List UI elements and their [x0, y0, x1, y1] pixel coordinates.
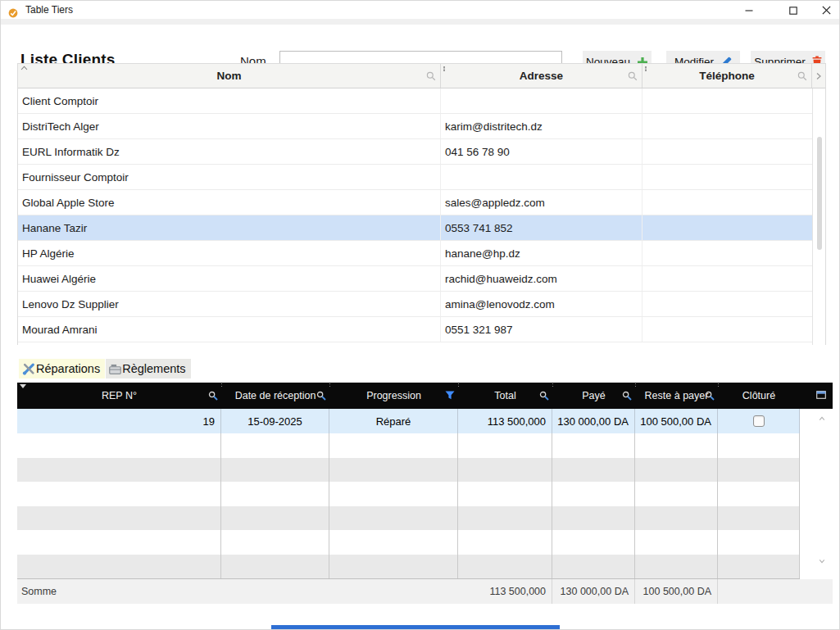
cell-telephone	[642, 114, 813, 138]
column-chooser-icon	[816, 391, 826, 399]
window-title: Table Tiers	[25, 4, 73, 16]
cloture-checkbox[interactable]	[753, 415, 765, 427]
cell-total: 113 500,000	[458, 409, 552, 433]
cell-adresse: 0551 321 987	[441, 317, 642, 342]
close-button[interactable]	[812, 1, 840, 19]
scroll-down-icon[interactable]	[819, 557, 825, 565]
column-divider-dots	[552, 383, 553, 384]
cell-cloture	[718, 409, 800, 433]
column-chooser-cell[interactable]	[800, 383, 833, 409]
cell-nom: Hanane Tazir	[18, 215, 441, 240]
tab-reparations-label: Réparations	[36, 362, 100, 375]
cash-register-icon	[109, 364, 121, 374]
column-header-adresse-label: Adresse	[520, 70, 563, 82]
app-icon	[8, 5, 18, 20]
cell-progression: Réparé	[329, 409, 458, 433]
tab-reparations[interactable]: Réparations	[19, 359, 105, 378]
repair-row-selected[interactable]: 19 15-09-2025 Réparé 113 500,000 130 000…	[17, 409, 833, 433]
column-header-cloture[interactable]: Clôturé	[718, 383, 800, 409]
table-row[interactable]: Lenovo Dz Supplier amina@lenovodz.com	[18, 292, 825, 317]
search-column-icon[interactable]	[797, 71, 807, 81]
column-header-total[interactable]: Total	[458, 383, 552, 409]
repairs-table: REP N° Date de réception Progression Tot…	[17, 383, 833, 605]
cell-rep-no: 19	[17, 409, 221, 433]
search-column-icon[interactable]	[208, 391, 218, 401]
table-row[interactable]: Huawei Algérie rachid@huaweidz.com	[18, 266, 825, 292]
chevron-right-icon	[815, 72, 822, 80]
cell-telephone	[642, 139, 813, 164]
column-header-telephone-label: Téléphone	[699, 70, 755, 82]
column-header-reste[interactable]: Reste à payer	[635, 383, 718, 409]
cell-reste-a-payer: 100 500,00 DA	[635, 409, 718, 433]
search-column-icon[interactable]	[628, 71, 638, 81]
column-header-paye[interactable]: Payé	[552, 383, 635, 409]
column-header-date-reception[interactable]: Date de réception	[221, 383, 329, 409]
cell-nom: Lenovo Dz Supplier	[18, 292, 441, 316]
table-row-selected[interactable]: Hanane Tazir 0553 741 852	[18, 215, 825, 241]
next-column-button[interactable]	[812, 64, 825, 88]
repairs-table-header: REP N° Date de réception Progression Tot…	[17, 383, 833, 409]
cell-telephone	[642, 266, 813, 291]
cell-adresse: sales@appledz.com	[441, 190, 642, 215]
cell-nom: Client Comptoir	[18, 88, 441, 113]
column-header-rep-no[interactable]: REP N°	[17, 383, 221, 409]
summary-label: Somme	[17, 579, 221, 604]
detail-tabs: Réparations Règlements	[19, 359, 191, 378]
summary-total: 113 500,000	[458, 579, 552, 604]
cell-nom: Mourad Amrani	[18, 317, 441, 342]
column-header-adresse[interactable]: Adresse	[441, 64, 642, 88]
scroll-up-icon[interactable]	[819, 415, 825, 423]
table-row[interactable]: Global Apple Store sales@appledz.com	[18, 190, 825, 215]
search-column-icon[interactable]	[426, 71, 436, 81]
table-row[interactable]: DistriTech Alger karim@distritech.dz	[18, 114, 825, 139]
column-header-nom-label: Nom	[217, 70, 242, 82]
column-header-total-label: Total	[494, 390, 515, 401]
cell-adresse: rachid@huaweidz.com	[441, 266, 642, 291]
cell-telephone	[642, 215, 813, 240]
tab-reglements[interactable]: Règlements	[106, 359, 190, 378]
search-column-icon[interactable]	[705, 391, 715, 401]
empty-row	[17, 433, 833, 458]
summary-paye: 130 000,00 DA	[552, 579, 635, 604]
column-header-telephone[interactable]: Téléphone	[642, 64, 812, 88]
column-header-date-label: Date de réception	[235, 390, 316, 401]
filter-funnel-icon[interactable]	[445, 391, 455, 400]
cell-adresse: karim@distritech.dz	[441, 114, 642, 138]
empty-row	[17, 530, 833, 555]
cell-nom: DistriTech Alger	[18, 114, 441, 138]
tab-reglements-label: Règlements	[122, 362, 185, 375]
table-row[interactable]: Client Comptoir	[18, 88, 825, 114]
cell-telephone	[642, 292, 813, 316]
table-row[interactable]: Mourad Amrani 0551 321 987	[18, 317, 825, 342]
clients-table-header: Nom Adresse Téléphone	[18, 64, 825, 88]
vertical-scrollbar[interactable]	[812, 88, 825, 345]
taskbar-fragment	[271, 625, 560, 630]
title-bar: Table Tiers	[1, 1, 840, 19]
cell-paye: 130 000,00 DA	[552, 409, 635, 433]
vertical-scrollbar[interactable]	[800, 409, 833, 579]
search-column-icon[interactable]	[622, 391, 632, 401]
empty-row	[17, 458, 833, 482]
column-header-progression[interactable]: Progression	[329, 383, 458, 409]
table-row[interactable]: HP Algérie hanane@hp.dz	[18, 241, 825, 266]
cell-adresse	[441, 88, 642, 113]
column-divider-dots	[458, 383, 459, 384]
maximize-button[interactable]	[779, 1, 807, 19]
cell-telephone	[642, 88, 813, 113]
table-row[interactable]: Fournisseur Comptoir	[18, 165, 825, 190]
sort-ascending-icon	[20, 66, 28, 70]
table-row[interactable]: EURL Informatik Dz 041 56 78 90	[18, 139, 825, 165]
scrollbar-thumb[interactable]	[817, 137, 822, 250]
minimize-button[interactable]	[735, 1, 763, 19]
search-column-icon[interactable]	[539, 391, 549, 401]
cell-adresse: amina@lenovodz.com	[441, 292, 642, 316]
toolbar: Liste Clients Nom Nouveau Modifier Suppr…	[1, 25, 840, 63]
column-header-nom[interactable]: Nom	[18, 64, 441, 88]
cell-date-reception: 15-09-2025	[221, 409, 329, 433]
column-header-cloture-label: Clôturé	[742, 390, 775, 401]
cell-nom: HP Algérie	[18, 241, 441, 265]
column-header-reste-label: Reste à payer	[645, 390, 709, 401]
search-column-icon[interactable]	[316, 391, 326, 401]
summary-reste: 100 500,00 DA	[635, 579, 718, 604]
column-divider-dots	[329, 383, 330, 384]
